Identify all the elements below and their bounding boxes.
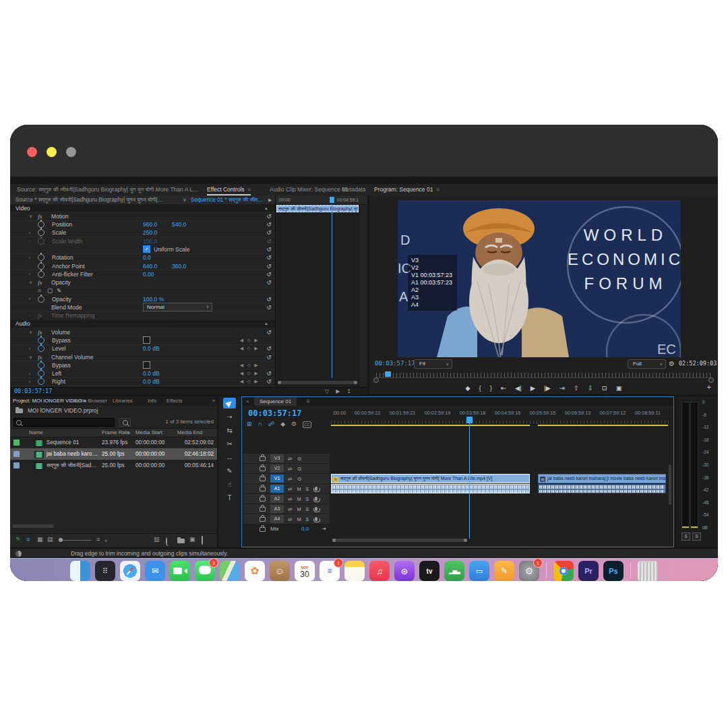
filter-properties-icon[interactable]: ▽ xyxy=(325,388,336,394)
hand-tool[interactable]: ☝ xyxy=(218,477,241,491)
stopwatch-icon[interactable] xyxy=(38,337,44,344)
property-value[interactable]: 640.0 xyxy=(143,263,157,270)
mute-button[interactable]: M xyxy=(297,487,301,491)
new-item-button[interactable]: ▣ xyxy=(189,536,195,543)
column-frame-rate[interactable]: Frame Rate xyxy=(102,429,129,437)
tab-effects[interactable]: Effects xyxy=(166,396,183,405)
freeform-view-button[interactable]: ▤ xyxy=(47,536,53,543)
stopwatch-icon[interactable] xyxy=(38,238,44,245)
tab-libraries[interactable]: Libraries xyxy=(113,396,133,405)
photoshop-dock-icon[interactable]: Ps xyxy=(603,561,624,581)
ec-source-clip-label[interactable]: Source * सद्गुरु की जीवनी|Sadhguru Biogr… xyxy=(16,195,180,204)
project-file-name[interactable]: MOI lONGER VIDEO.prproj xyxy=(28,406,98,415)
item-name[interactable]: Sequence 01 xyxy=(47,437,99,448)
tab-effect-controls[interactable]: Effect Controls≡ xyxy=(207,186,251,195)
chevron-down-icon[interactable]: ∨ xyxy=(104,538,107,543)
stopwatch-icon[interactable] xyxy=(38,345,44,352)
lock-icon[interactable] xyxy=(260,466,266,471)
tab-info[interactable]: Info xyxy=(148,396,156,405)
timeline-video-clip-2[interactable]: ▤jai baba neeb karori maharaj ji movie b… xyxy=(538,474,666,483)
keynote-dock-icon[interactable]: ▭ xyxy=(469,561,489,581)
snap-icon[interactable]: ∩ xyxy=(258,421,262,428)
project-row-jai-baba-neeb-karori-maharaj[interactable]: jai baba neeb karori maharaj25.00 fps00:… xyxy=(10,448,217,460)
disclosure-icon[interactable]: › xyxy=(29,272,38,276)
reset-icon[interactable]: ↺ xyxy=(264,263,274,270)
item-name[interactable]: सद्गुरु की जीवनी|Sadhguru Bi xyxy=(47,460,99,471)
timeline-hscrollbar[interactable] xyxy=(332,539,467,542)
nest-icon[interactable]: ⊞ xyxy=(247,421,252,428)
checkbox[interactable] xyxy=(143,361,150,369)
property-value[interactable]: 250.0 xyxy=(143,229,157,236)
lift-button[interactable]: ⇧ xyxy=(574,383,579,394)
captions-icon[interactable]: CC xyxy=(303,421,311,428)
contacts-dock-icon[interactable]: ☺ xyxy=(270,561,290,581)
reset-icon[interactable]: ↺ xyxy=(264,354,274,361)
reset-icon[interactable]: ↺ xyxy=(264,378,274,385)
playback-resolution-select[interactable]: Full∨ xyxy=(628,359,666,369)
track-select-forward-tool[interactable]: ⇢ xyxy=(218,410,241,423)
property-value[interactable]: 360.0 xyxy=(172,263,186,270)
chrome-dock-icon[interactable] xyxy=(553,561,574,581)
automate-to-sequence-button[interactable]: ▥ xyxy=(154,536,160,543)
track-target-a2[interactable]: A2 xyxy=(270,495,284,503)
zoom-window-button[interactable] xyxy=(66,147,76,157)
rect-mask-icon[interactable]: ▢ xyxy=(47,287,57,294)
program-scrub-bar[interactable] xyxy=(376,373,711,378)
checkbox[interactable] xyxy=(143,336,150,344)
tab-sequence[interactable]: Sequence 01 xyxy=(254,397,297,406)
disclosure-icon[interactable]: ∨ xyxy=(29,280,38,285)
lock-icon[interactable] xyxy=(260,507,266,512)
program-playhead-marker[interactable] xyxy=(385,371,391,377)
solo-button[interactable]: S xyxy=(306,507,309,512)
stopwatch-icon[interactable] xyxy=(38,229,44,236)
chevron-down-icon[interactable]: ∨ xyxy=(183,195,187,204)
timeline-vscrollbar[interactable] xyxy=(669,464,671,505)
panel-flyout-icon[interactable]: ▶ xyxy=(268,195,272,204)
lock-icon[interactable] xyxy=(260,497,266,502)
track-header-a1[interactable]: A1⇌MS xyxy=(243,484,330,493)
track-target-v3[interactable]: V3 xyxy=(270,454,284,462)
lock-icon[interactable] xyxy=(260,456,266,461)
ec-playhead-marker[interactable] xyxy=(330,197,334,203)
go-to-out-button[interactable]: ⇥ xyxy=(559,383,565,394)
project-row-sequence-01[interactable]: Sequence 0123.976 fps00:00:00:0002:52:09… xyxy=(10,437,217,448)
step-forward-button[interactable]: |▶ xyxy=(544,383,551,394)
panel-menu-icon[interactable]: ≡ xyxy=(436,187,439,193)
mark-out-button[interactable]: } xyxy=(490,383,492,394)
sync-lock-icon[interactable]: ⇌ xyxy=(288,516,293,522)
play-around-icon[interactable]: ▶ xyxy=(336,388,346,394)
ec-mini-scrollbar[interactable] xyxy=(278,381,357,384)
stopwatch-icon[interactable] xyxy=(38,362,44,369)
timeline-playhead-marker[interactable] xyxy=(466,417,473,423)
solo-left-button[interactable]: S xyxy=(681,533,690,541)
mix-value[interactable]: 0.0 xyxy=(301,524,309,534)
stopwatch-icon[interactable] xyxy=(38,378,44,385)
disclosure-icon[interactable]: › xyxy=(29,380,38,384)
sync-lock-icon[interactable]: ⇌ xyxy=(288,466,293,472)
property-value[interactable]: 100.0 % xyxy=(143,296,164,303)
sync-lock-icon[interactable]: ⇌ xyxy=(288,476,293,482)
close-icon[interactable]: × xyxy=(246,397,249,406)
reset-icon[interactable]: ↺ xyxy=(264,229,274,236)
launchpad-dock-icon[interactable]: ⠿ xyxy=(95,561,115,581)
panel-menu-icon[interactable]: ≡ xyxy=(307,397,310,406)
label-swatch[interactable] xyxy=(13,439,20,446)
notes-dock-icon[interactable] xyxy=(344,561,365,581)
track-target-v2[interactable]: V2 xyxy=(270,464,284,473)
slip-tool[interactable]: ↔ xyxy=(218,450,241,464)
mute-button[interactable]: M xyxy=(297,517,301,522)
keyframe-icon[interactable]: ⇥ xyxy=(322,524,326,534)
label-swatch[interactable] xyxy=(13,462,20,468)
reset-icon[interactable]: ↺ xyxy=(264,213,274,220)
reset-icon[interactable]: ↺ xyxy=(264,304,274,311)
disclosure-icon[interactable]: › xyxy=(29,239,38,243)
reset-icon[interactable]: ↺ xyxy=(264,238,274,245)
keyframe-nav[interactable]: ◀ ◇ ▶ xyxy=(240,379,260,384)
lock-icon[interactable] xyxy=(260,517,266,522)
panel-menu-icon[interactable]: ≡ xyxy=(248,187,251,193)
tab-audio-clip-mixer[interactable]: Audio Clip Mixer: Sequence 01 xyxy=(270,186,348,193)
lock-icon[interactable] xyxy=(260,527,266,532)
comparison-view-button[interactable]: ▣ xyxy=(616,383,622,394)
track-header-a2[interactable]: A2⇌MS xyxy=(243,494,330,504)
podcasts-dock-icon[interactable]: ⊛ xyxy=(394,561,415,581)
